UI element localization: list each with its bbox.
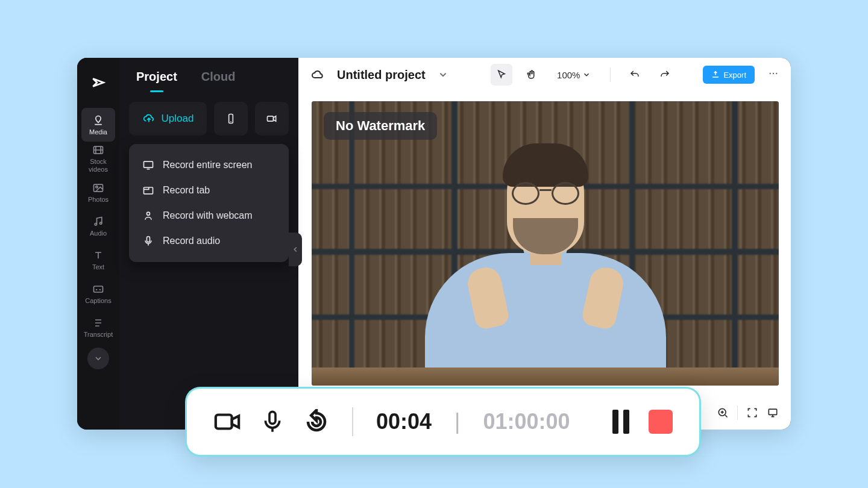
record-menu-label: Record entire screen <box>163 160 253 170</box>
zoom-in-icon <box>717 407 729 419</box>
svg-rect-7 <box>268 116 274 121</box>
divider <box>610 67 611 82</box>
sidebar-item-label: Audio <box>90 230 107 237</box>
device-button[interactable] <box>214 102 248 136</box>
app-window: Media Stock videos Photos Audio Text Cap… <box>77 58 791 430</box>
present-button[interactable] <box>767 407 779 419</box>
recording-bar: 00:04 | 01:00:00 <box>187 389 699 455</box>
sidebar: Media Stock videos Photos Audio Text Cap… <box>77 58 119 430</box>
stop-button[interactable] <box>649 410 673 434</box>
sidebar-item-stock-videos[interactable]: Stock videos <box>81 142 115 175</box>
media-panel: Project Cloud Upload Record entire scree… <box>119 58 298 430</box>
record-audio[interactable]: Record audio <box>135 228 283 254</box>
redo-button[interactable] <box>654 64 676 86</box>
total-duration: 01:00:00 <box>483 409 570 434</box>
sidebar-item-text[interactable]: Text <box>81 243 115 277</box>
video-preview[interactable]: No Watermark <box>312 101 779 386</box>
svg-point-2 <box>96 186 98 187</box>
svg-rect-11 <box>147 237 150 242</box>
record-tab[interactable]: Record tab <box>135 178 283 203</box>
tab-cloud[interactable]: Cloud <box>201 70 236 84</box>
record-entire-screen[interactable]: Record entire screen <box>135 152 283 178</box>
sidebar-more-button[interactable] <box>87 348 109 369</box>
divider <box>737 405 738 420</box>
svg-rect-17 <box>216 415 232 429</box>
sidebar-item-label: Transcript <box>84 331 113 338</box>
recbar-restart-button[interactable] <box>304 409 329 434</box>
sidebar-item-transcript[interactable]: Transcript <box>81 310 115 344</box>
sidebar-item-label: Media <box>89 128 107 136</box>
topbar: Untitled project 100% Exp <box>298 58 791 92</box>
svg-rect-16 <box>769 409 776 414</box>
record-menu-label: Record audio <box>163 236 220 246</box>
sidebar-item-media[interactable]: Media <box>81 108 115 142</box>
camera-icon <box>213 408 241 436</box>
undo-button[interactable] <box>624 64 646 86</box>
panel-button-row: Upload <box>119 92 298 136</box>
svg-point-3 <box>95 223 96 225</box>
zoom-in-button[interactable] <box>717 407 729 419</box>
pointer-icon <box>496 69 507 80</box>
sidebar-item-label: Stock videos <box>81 158 115 172</box>
presentation-icon <box>767 407 779 419</box>
mic-icon <box>142 235 154 247</box>
sidebar-item-audio[interactable]: Audio <box>81 209 115 243</box>
app-logo <box>90 75 106 95</box>
sidebar-item-label: Photos <box>88 196 108 203</box>
mic-icon <box>260 410 285 434</box>
sidebar-item-photos[interactable]: Photos <box>81 175 115 209</box>
svg-rect-5 <box>94 286 103 292</box>
person-icon <box>142 210 154 222</box>
hand-icon <box>526 69 537 80</box>
svg-point-14 <box>776 73 777 74</box>
video-preview-area: No Watermark <box>298 92 791 396</box>
export-icon <box>711 70 720 79</box>
recbar-camera-button[interactable] <box>213 408 241 436</box>
zoom-level[interactable]: 100% <box>557 70 591 80</box>
monitor-icon <box>142 159 154 171</box>
svg-rect-8 <box>144 161 153 167</box>
cloud-icon <box>310 67 325 82</box>
sidebar-item-label: Captions <box>85 297 111 304</box>
camera-icon <box>266 113 278 125</box>
svg-point-4 <box>100 222 102 224</box>
pause-button[interactable] <box>612 410 629 434</box>
record-with-webcam[interactable]: Record with webcam <box>135 203 283 228</box>
svg-point-12 <box>770 73 771 74</box>
restart-icon <box>304 409 329 434</box>
time-separator: | <box>454 409 460 434</box>
phone-icon <box>225 113 237 125</box>
watermark-badge: No Watermark <box>324 112 437 140</box>
canvas-area: Untitled project 100% Exp <box>298 58 791 430</box>
undo-icon <box>629 69 640 80</box>
more-icon <box>768 68 779 79</box>
pointer-tool[interactable] <box>491 64 512 86</box>
svg-rect-18 <box>269 411 275 424</box>
fit-button[interactable] <box>746 407 758 419</box>
record-menu-label: Record with webcam <box>163 210 253 221</box>
cloud-upload-icon <box>142 112 156 125</box>
camera-button[interactable] <box>255 102 289 136</box>
sidebar-item-captions[interactable]: Captions <box>81 277 115 310</box>
chevron-down-icon <box>582 70 591 79</box>
recbar-mic-button[interactable] <box>260 410 285 434</box>
chevron-down-icon[interactable] <box>438 69 448 80</box>
svg-point-10 <box>147 212 150 215</box>
export-button[interactable]: Export <box>703 66 755 84</box>
elapsed-time: 00:04 <box>376 409 432 434</box>
record-menu: Record entire screen Record tab Record w… <box>129 144 289 262</box>
upload-button[interactable]: Upload <box>129 102 207 136</box>
record-menu-label: Record tab <box>163 185 210 196</box>
svg-point-13 <box>773 73 774 74</box>
divider <box>352 407 353 436</box>
hand-tool[interactable] <box>521 64 542 86</box>
project-title[interactable]: Untitled project <box>337 68 426 82</box>
tab-icon <box>142 184 154 196</box>
sidebar-item-label: Text <box>92 263 104 271</box>
more-button[interactable] <box>768 68 779 81</box>
redo-icon <box>659 69 670 80</box>
upload-label: Upload <box>162 113 194 125</box>
fit-icon <box>746 407 758 419</box>
tab-project[interactable]: Project <box>136 70 177 84</box>
panel-tabs: Project Cloud <box>119 58 298 92</box>
